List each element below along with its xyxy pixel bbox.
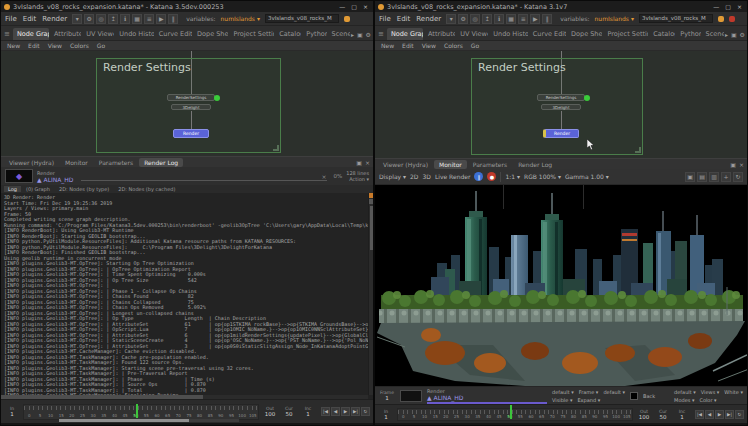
nodegraph-menu-item[interactable]: Edit xyxy=(402,42,414,49)
timeline-tick[interactable]: 30 xyxy=(462,414,473,420)
main-tab[interactable]: Catalog xyxy=(649,28,675,40)
monitor-dropdown[interactable]: default ▾ xyxy=(552,389,574,395)
render-thumbnail[interactable]: ◆ xyxy=(5,169,33,183)
node-graph-canvas[interactable]: Render Settings RenderSettings 3Delight … xyxy=(1,51,373,156)
variables-dropdown[interactable]: numIslands ▾ xyxy=(221,15,260,22)
timeline-tick[interactable]: 15 xyxy=(56,413,67,419)
go-start-button[interactable]: |◀ xyxy=(695,410,704,419)
timeline-tick[interactable]: 20 xyxy=(67,413,78,419)
cur-field[interactable]: Cur50 xyxy=(655,409,671,420)
node-render[interactable]: Render xyxy=(543,129,579,138)
main-tab[interactable]: Curve Editor xyxy=(155,28,192,40)
timeline-tick[interactable]: 90 xyxy=(590,414,601,420)
panel-tab[interactable]: Monitor xyxy=(434,160,467,169)
nodegraph-menu-item[interactable]: Go xyxy=(97,42,105,49)
main-tab[interactable]: Attributes xyxy=(424,28,455,40)
record-button[interactable]: ● xyxy=(487,172,496,181)
play-button[interactable]: ▶ xyxy=(341,407,350,416)
step-forward-button[interactable]: ▶| xyxy=(351,407,360,416)
timeline-tick[interactable]: 35 xyxy=(98,413,109,419)
timeline-tick[interactable]: 105 xyxy=(621,414,632,420)
timeline-ruler[interactable]: 0510152025303540455055606570758085909510… xyxy=(397,408,633,421)
monitor-dropdown[interactable]: Color ▾ xyxy=(699,397,716,403)
list-icon[interactable]: ≡ xyxy=(518,14,528,24)
dropdown-icon[interactable]: ▾ xyxy=(446,14,456,24)
timeline-tick[interactable]: 90 xyxy=(216,413,227,419)
timeline-tick[interactable]: 105 xyxy=(247,413,258,419)
timeline-tick[interactable]: 15 xyxy=(430,414,441,420)
timeline-tick[interactable]: 25 xyxy=(451,414,462,420)
main-tab[interactable]: Curve Editor xyxy=(529,28,566,40)
main-tab[interactable]: Node Graph xyxy=(13,28,49,40)
gamma-dropdown[interactable]: Gamma 1.00 ▾ xyxy=(565,173,609,180)
main-tab[interactable]: Project Settings xyxy=(603,28,648,40)
menu-item[interactable]: Render xyxy=(42,15,67,23)
timeline-tick[interactable]: 45 xyxy=(494,414,505,420)
log-follow-icon[interactable] xyxy=(369,199,374,204)
log-tab[interactable]: Log xyxy=(4,186,21,192)
variables-dropdown[interactable]: numIslands ▾ xyxy=(595,15,634,22)
panel-tab[interactable]: Viewer (Hydra) xyxy=(378,160,433,169)
timeline-tick[interactable]: 60 xyxy=(526,414,537,420)
timeline-tick[interactable]: 85 xyxy=(579,414,590,420)
out-field[interactable]: Out100 xyxy=(262,406,278,417)
main-tab[interactable]: UV Viewer xyxy=(456,28,488,40)
gear-icon[interactable]: ⚙ xyxy=(740,31,745,38)
zoom-level-dropdown[interactable]: 1:1 ▾ xyxy=(505,173,520,180)
main-tab[interactable]: UV Viewer xyxy=(82,28,114,40)
scroll-thumb[interactable] xyxy=(370,206,373,250)
timeline-tick[interactable]: 65 xyxy=(536,414,547,420)
background-swatch[interactable] xyxy=(630,392,638,400)
node-rendersettings[interactable]: RenderSettings xyxy=(167,94,215,101)
timeline-tick[interactable]: 85 xyxy=(205,413,216,419)
panel-tab[interactable]: Viewer (Hydra) xyxy=(4,158,59,167)
tab-overflow-icon[interactable]: ▸ xyxy=(725,31,728,38)
monitor-dropdown[interactable]: Views ▾ xyxy=(701,389,720,395)
info-icon[interactable]: ℹ xyxy=(494,14,504,24)
timeline-tick[interactable]: 25 xyxy=(77,413,88,419)
panel-tab[interactable]: Monitor xyxy=(60,158,93,167)
frame-field[interactable]: Frame1 xyxy=(379,390,395,401)
main-tab[interactable]: Scene xyxy=(702,28,724,40)
panel-float-icon[interactable]: ▣ xyxy=(356,159,362,166)
panel-close-icon[interactable]: × xyxy=(739,161,744,168)
timeline-tick[interactable]: 5 xyxy=(409,414,420,420)
main-tab[interactable]: Catalog xyxy=(275,28,301,40)
render-pause-icon[interactable]: ‖ xyxy=(542,14,552,24)
timeline-tick[interactable]: 30 xyxy=(88,413,99,419)
info-icon[interactable]: ℹ xyxy=(120,14,130,24)
monitor-dropdown[interactable]: default ▾ xyxy=(603,389,625,395)
list-icon[interactable]: ≡ xyxy=(144,14,154,24)
nodegraph-menu-item[interactable]: Colors xyxy=(70,42,89,49)
timeline-tick[interactable]: 20 xyxy=(441,414,452,420)
go-start-button[interactable]: |◀ xyxy=(321,407,330,416)
upload-icon[interactable]: ↥ xyxy=(482,14,492,24)
main-tab[interactable]: Undo History xyxy=(489,28,527,40)
menu-item[interactable]: File xyxy=(379,15,391,23)
timeline-tick[interactable]: 95 xyxy=(600,414,611,420)
play-button[interactable]: ▶ xyxy=(715,410,724,419)
log-scrollbar[interactable] xyxy=(368,193,373,395)
log-tab[interactable]: (0) Graph xyxy=(22,186,54,192)
step-back-button[interactable]: ◀ xyxy=(705,410,714,419)
nodegraph-menu-item[interactable]: Colors xyxy=(444,42,463,49)
scene-name-field[interactable]: 3vIslands_v08_rocks_M xyxy=(639,14,713,23)
nodegraph-menu-item[interactable]: New xyxy=(381,42,394,49)
main-tab[interactable]: Dope Sheet xyxy=(193,28,228,40)
node-graph-canvas[interactable]: Render Settings RenderSettings 3Delight … xyxy=(375,51,747,158)
action-dropdown[interactable]: Action ▾ xyxy=(349,176,369,182)
main-tab[interactable]: Scene xyxy=(328,28,350,40)
search-icon[interactable]: ◎ xyxy=(96,14,106,24)
node-rendersettings[interactable]: RenderSettings xyxy=(537,94,585,101)
display-dropdown[interactable]: Display ▾ xyxy=(379,173,406,180)
loop-button[interactable]: ↻ xyxy=(361,407,370,416)
main-tab[interactable]: Undo History xyxy=(115,28,153,40)
timeline-tick[interactable]: 100 xyxy=(237,413,248,419)
timeline-tick[interactable]: 75 xyxy=(184,413,195,419)
timeline-tick[interactable]: 55 xyxy=(515,414,526,420)
catalog-thumbnail[interactable] xyxy=(400,390,422,402)
maximize-button[interactable]: ▢ xyxy=(351,3,357,10)
monitor-viewport[interactable] xyxy=(375,185,747,386)
view-3d-button[interactable]: 3D xyxy=(422,173,430,180)
timeline-tick[interactable]: 50 xyxy=(130,413,141,419)
